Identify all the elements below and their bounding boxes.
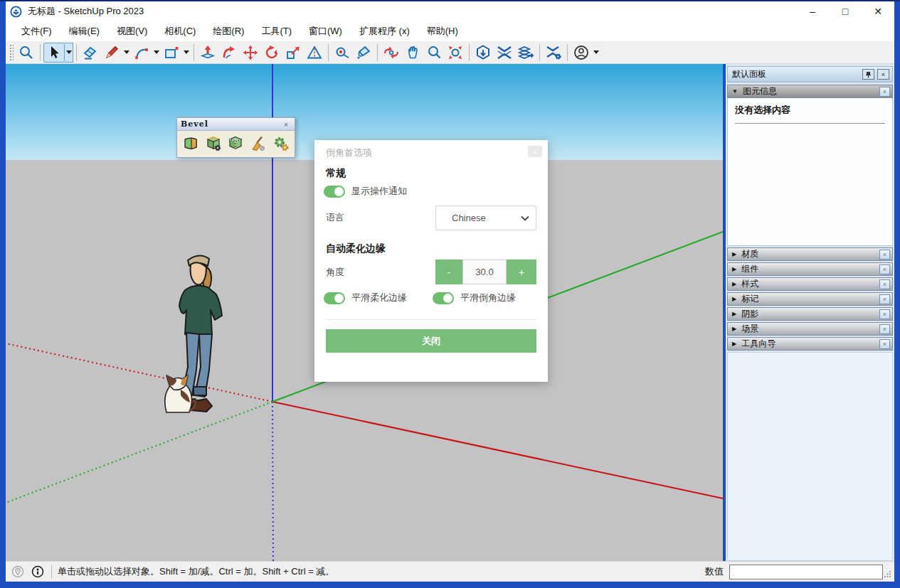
follow-me-tool-button[interactable] [218, 43, 240, 63]
bevel-toolbar-title: Bevel [181, 119, 281, 129]
soften-edges-tool-button[interactable] [226, 134, 246, 154]
extension-warehouse-button[interactable] [494, 43, 515, 63]
minimize-button[interactable]: – [796, 1, 829, 21]
tray-close-button[interactable]: × [877, 69, 889, 80]
toolbar-separator [567, 44, 568, 61]
geolocation-icon [11, 565, 24, 578]
rectangle-tool-dropdown[interactable] [182, 43, 191, 63]
tray-title: 默认面板 [732, 68, 859, 80]
select-tool-dropdown[interactable] [65, 43, 73, 63]
menu-view[interactable]: 视图(V) [108, 22, 156, 41]
bevel-toolbar-close-icon[interactable]: × [281, 120, 291, 129]
section-scenes[interactable]: ▶ 场景 × [727, 322, 893, 336]
section-close-button[interactable]: × [879, 339, 890, 349]
select-tool-button[interactable] [43, 43, 65, 63]
smooth-soften-toggle[interactable] [324, 292, 345, 304]
section-close-button[interactable]: × [879, 87, 890, 97]
menu-edit[interactable]: 编辑(E) [60, 22, 108, 41]
zoom-extents-tool-button[interactable] [445, 43, 466, 63]
measurement-input[interactable] [729, 565, 883, 579]
toolbar-grip[interactable] [9, 44, 14, 61]
section-materials[interactable]: ▶ 材质 × [727, 247, 893, 261]
section-instructor[interactable]: ▶ 工具向导 × [727, 337, 893, 351]
zoom-icon [425, 44, 443, 61]
offset-icon [306, 44, 323, 61]
angle-value-field[interactable]: 30.0 [462, 260, 507, 284]
menu-draw[interactable]: 绘图(R) [204, 22, 253, 41]
tray-header[interactable]: 默认面板 × [727, 66, 893, 82]
section-entity-info[interactable]: ▼ 图元信息 × [727, 85, 893, 98]
pan-tool-button[interactable] [402, 43, 423, 63]
section-close-button[interactable]: × [879, 250, 890, 260]
search-icon [18, 44, 35, 61]
chevron-down-icon [184, 50, 189, 54]
rectangle-icon [163, 44, 180, 61]
line-tool-button[interactable] [101, 43, 122, 63]
eraser-tool-button[interactable] [80, 43, 101, 63]
menu-window[interactable]: 窗口(W) [300, 22, 351, 41]
menu-file[interactable]: 文件(F) [13, 22, 60, 41]
smooth-bevel-toggle[interactable] [433, 292, 454, 304]
send-to-layout-button[interactable] [515, 43, 536, 63]
arc-tool-dropdown[interactable] [152, 43, 161, 63]
rotate-tool-button[interactable] [261, 43, 282, 63]
move-tool-button[interactable] [240, 43, 261, 63]
zoom-tool-button[interactable] [423, 43, 445, 63]
account-button[interactable] [571, 43, 592, 63]
expand-icon: ▶ [732, 326, 736, 332]
maximize-button[interactable]: □ [829, 1, 862, 21]
line-tool-dropdown[interactable] [122, 43, 131, 63]
show-notifications-toggle[interactable] [324, 186, 345, 198]
pin-icon [865, 71, 872, 78]
section-close-button[interactable]: × [879, 294, 890, 304]
arc-tool-button[interactable] [131, 43, 152, 63]
offset-tool-button[interactable] [304, 43, 325, 63]
resize-grip[interactable] [884, 570, 891, 577]
person-figure[interactable] [164, 250, 245, 421]
section-shadows[interactable]: ▶ 阴影 × [727, 307, 893, 321]
section-close-button[interactable]: × [879, 324, 890, 334]
status-bar: 单击或拖动以选择对象。Shift = 加/减。Ctrl = 加。Shift + … [6, 561, 894, 582]
tape-measure-tool-button[interactable] [332, 43, 353, 63]
menu-help[interactable]: 帮助(H) [418, 22, 467, 41]
search-tool-button[interactable] [16, 43, 37, 63]
bevel-preferences-button[interactable] [271, 134, 291, 154]
language-select[interactable]: Chinese [435, 205, 536, 230]
menu-camera[interactable]: 相机(C) [156, 22, 204, 41]
section-close-button[interactable]: × [879, 264, 890, 274]
angle-decrement-button[interactable]: - [435, 260, 462, 284]
3d-warehouse-button[interactable] [472, 43, 494, 63]
angle-label: 角度 [326, 266, 344, 279]
section-close-button[interactable]: × [879, 279, 890, 289]
section-styles[interactable]: ▶ 样式 × [727, 277, 893, 291]
angle-increment-button[interactable]: + [507, 260, 536, 284]
scale-tool-button[interactable] [282, 43, 304, 63]
extension-manager-button[interactable] [543, 43, 564, 63]
figure-shirt [179, 286, 222, 337]
bevel-toolbar-titlebar[interactable]: Bevel × [177, 118, 295, 131]
account-dropdown[interactable] [592, 43, 600, 63]
main-toolbar [6, 41, 894, 64]
extension-manager-icon [545, 44, 562, 61]
paint-bucket-tool-button[interactable] [353, 43, 374, 63]
figure-face [191, 262, 207, 284]
bevel-tool-button[interactable] [181, 134, 201, 154]
orbit-tool-button[interactable] [381, 43, 402, 63]
viewport-3d[interactable]: Bevel × [6, 64, 723, 561]
push-pull-tool-button[interactable] [197, 43, 218, 63]
rectangle-tool-button[interactable] [161, 43, 182, 63]
dialog-close-action-button[interactable]: 关闭 [326, 329, 536, 353]
section-components[interactable]: ▶ 组件 × [727, 262, 893, 276]
menu-tools[interactable]: 工具(T) [253, 22, 300, 41]
section-tags[interactable]: ▶ 标记 × [727, 292, 893, 306]
menu-extensions[interactable]: 扩展程序 (x) [351, 22, 418, 41]
credit-info-button[interactable] [30, 565, 46, 578]
tray-pin-button[interactable] [862, 69, 874, 80]
geolocation-button[interactable] [10, 565, 26, 578]
dialog-close-button[interactable]: x [528, 146, 542, 157]
bevel-settings-tool-button[interactable] [203, 134, 223, 154]
section-close-button[interactable]: × [879, 309, 890, 319]
cleanup-tool-button[interactable] [248, 134, 268, 154]
close-button[interactable]: ✕ [862, 1, 894, 21]
rotate-icon [263, 44, 280, 61]
